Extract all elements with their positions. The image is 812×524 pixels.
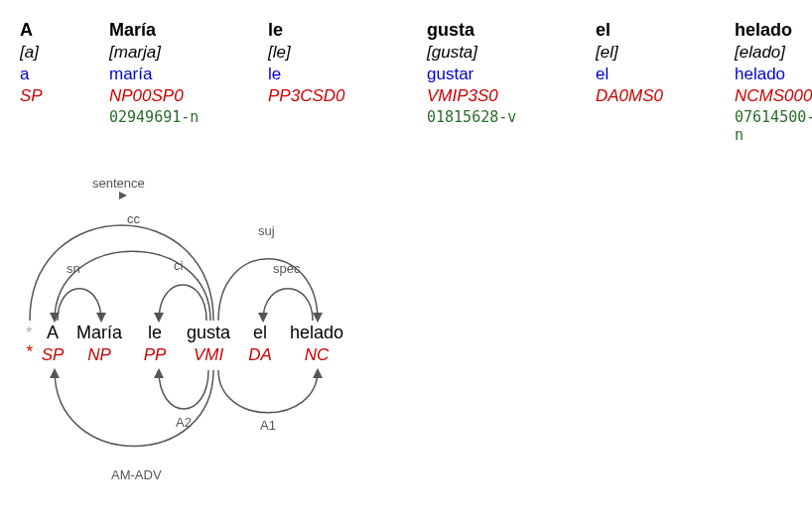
- token-sense: 01815628-v: [427, 108, 566, 126]
- root-star: *: [26, 325, 32, 342]
- token-lemma: helado: [735, 65, 794, 84]
- token-lemma: a: [20, 65, 79, 84]
- dep-word: A: [47, 323, 59, 343]
- dep-pos: PP: [144, 345, 167, 365]
- token-word: A: [20, 20, 79, 41]
- token-phonetic: [elado]: [735, 43, 794, 63]
- token-word: María: [109, 20, 238, 41]
- root-pos-star: *: [26, 342, 33, 362]
- dep-word: el: [253, 323, 267, 343]
- arc-label-cc: cc: [127, 211, 141, 226]
- dep-token-0: A SP: [38, 323, 68, 365]
- token-col-1: María [marja] maría NP00SP0 02949691-n: [109, 20, 268, 144]
- token-word: el: [596, 20, 705, 41]
- token-col-4: el [el] el DA0MS0: [596, 20, 735, 144]
- token-sense: [20, 108, 79, 126]
- dep-token-5: helado NC: [282, 323, 351, 365]
- token-col-2: le [le] le PP3CSD0: [268, 20, 427, 144]
- token-phonetic: [le]: [268, 43, 397, 63]
- dep-token-3: gusta VMI: [179, 323, 238, 365]
- dep-pos: SP: [42, 345, 65, 365]
- token-lemma: maría: [109, 65, 238, 84]
- arc-label-amadv: AM-ADV: [111, 467, 162, 482]
- token-lemma: gustar: [427, 65, 566, 84]
- arc-label-sn: sn: [67, 261, 80, 276]
- token-sense: 02949691-n: [109, 108, 238, 126]
- token-phonetic: [el]: [596, 43, 705, 63]
- token-word: gusta: [427, 20, 566, 41]
- token-word: le: [268, 20, 397, 41]
- token-word: helado: [735, 20, 794, 41]
- arc-label-a1: A1: [260, 418, 276, 433]
- dep-word: gusta: [187, 323, 230, 343]
- token-pos: NP00SP0: [109, 86, 238, 106]
- token-lemma: le: [268, 65, 397, 84]
- dep-pos: NP: [87, 345, 111, 365]
- token-sense: 07614500-n: [735, 108, 794, 144]
- token-table: A [a] a SP María [marja] maría NP00SP0 0…: [20, 20, 792, 144]
- token-col-5: helado [elado] helado NCMS000 07614500-n: [735, 20, 812, 144]
- token-col-3: gusta [gusta] gustar VMIP3S0 01815628-v: [427, 20, 596, 144]
- dep-pos: DA: [248, 345, 272, 365]
- token-lemma: el: [596, 65, 705, 84]
- arc-label-ci: ci: [174, 258, 184, 273]
- dep-token-2: le PP: [131, 323, 179, 365]
- arc-label-sentence: sentence: [92, 176, 145, 191]
- token-pos: PP3CSD0: [268, 86, 397, 106]
- token-pos: NCMS000: [735, 86, 794, 106]
- token-pos: DA0MS0: [596, 86, 705, 106]
- token-phonetic: [marja]: [109, 43, 238, 63]
- token-sense: [268, 108, 397, 126]
- svg-marker-0: [119, 192, 127, 199]
- token-pos: SP: [20, 86, 79, 106]
- token-pos: VMIP3S0: [427, 86, 566, 106]
- dep-word: le: [148, 323, 162, 343]
- dep-pos: NC: [305, 345, 330, 365]
- token-phonetic: [a]: [20, 43, 79, 63]
- dep-token-1: María NP: [68, 323, 131, 365]
- dep-token-4: el DA: [238, 323, 282, 365]
- dep-root: * *: [20, 325, 38, 362]
- dependency-diagram: sentence cc sn ci suj spec A2 A1 AM-ADV …: [20, 174, 397, 481]
- dep-token-row: * * A SP María NP le PP gusta VMI el DA …: [20, 323, 351, 365]
- dep-word: María: [76, 323, 122, 343]
- arc-label-spec: spec: [273, 261, 301, 276]
- token-sense: [596, 108, 705, 126]
- token-phonetic: [gusta]: [427, 43, 566, 63]
- dep-pos: VMI: [194, 345, 223, 365]
- token-col-0: A [a] a SP: [20, 20, 109, 144]
- dep-word: helado: [290, 323, 343, 343]
- arc-label-suj: suj: [258, 223, 275, 238]
